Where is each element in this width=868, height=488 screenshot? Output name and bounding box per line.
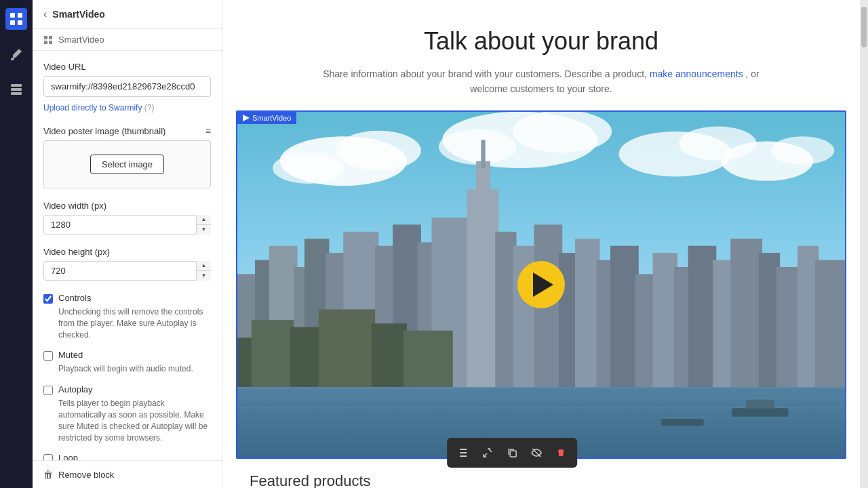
svg-rect-69	[460, 449, 467, 450]
video-width-input[interactable]	[43, 215, 211, 235]
muted-checkbox[interactable]	[43, 351, 53, 361]
svg-rect-60	[372, 323, 407, 387]
controls-label[interactable]: Controls	[58, 293, 91, 303]
loop-group: Loop	[43, 453, 211, 460]
svg-rect-66	[732, 408, 788, 417]
svg-rect-55	[815, 260, 845, 387]
svg-marker-11	[243, 115, 250, 121]
video-url-label: Video URL	[43, 62, 211, 72]
sidebar-icon-brush[interactable]	[5, 43, 27, 65]
autoplay-label[interactable]: Autoplay	[58, 384, 93, 394]
svg-rect-9	[44, 41, 47, 44]
svg-rect-38	[481, 140, 485, 168]
svg-rect-10	[49, 41, 52, 44]
toolbar-duplicate-btn[interactable]	[501, 442, 523, 464]
svg-point-17	[513, 112, 612, 152]
sidebar-icon-grid[interactable]	[5, 8, 27, 30]
page-subtitle: Share information about your brand with …	[236, 66, 846, 97]
toolbar-move-btn[interactable]	[452, 442, 474, 464]
thumbnail-label: Video poster image (thumbnail) ≡	[43, 125, 211, 136]
svg-rect-62	[237, 387, 845, 388]
thumbnail-group: Video poster image (thumbnail) ≡ Select …	[43, 125, 211, 188]
loop-checkbox[interactable]	[43, 454, 53, 460]
svg-rect-4	[11, 84, 22, 87]
play-button[interactable]	[517, 261, 565, 308]
icon-sidebar	[0, 0, 33, 488]
panel-body: Video URL Upload directly to Swarmify (?…	[33, 51, 222, 460]
muted-desc: Playback will begin with audio muted.	[58, 363, 211, 375]
video-frame[interactable]	[237, 112, 845, 458]
svg-rect-51	[730, 239, 762, 387]
controls-group: Controls Unchecking this will remove the…	[43, 293, 211, 340]
thumbnail-box: Select image	[43, 140, 211, 188]
video-url-input[interactable]	[43, 76, 211, 97]
svg-rect-36	[467, 189, 499, 387]
video-height-input[interactable]	[43, 261, 211, 281]
layers-icon: ≡	[205, 125, 211, 136]
controls-desc: Unchecking this will remove the controls…	[58, 306, 211, 340]
scrollbar[interactable]	[860, 0, 868, 488]
sidebar-icon-sections[interactable]	[5, 79, 27, 100]
svg-point-15	[273, 152, 343, 184]
svg-rect-3	[18, 20, 22, 25]
floating-toolbar	[447, 438, 577, 468]
svg-rect-63	[237, 397, 845, 398]
svg-rect-45	[610, 245, 639, 386]
svg-rect-53	[776, 267, 801, 387]
trash-icon: 🗑	[43, 469, 53, 480]
svg-rect-6	[11, 92, 22, 95]
width-increment-btn[interactable]: ▲	[197, 215, 211, 225]
height-decrement-btn[interactable]: ▼	[197, 271, 211, 281]
svg-rect-59	[319, 309, 375, 387]
toolbar-resize-btn[interactable]	[477, 442, 498, 464]
autoplay-desc: Tells player to begin playback automatic…	[58, 398, 211, 443]
autoplay-checkbox[interactable]	[43, 386, 53, 395]
main-content: Talk about your brand Share information …	[222, 0, 860, 488]
video-width-label: Video width (px)	[43, 201, 211, 211]
video-height-group: Video height (px) ▲ ▼	[43, 247, 211, 281]
scrollbar-thumb[interactable]	[861, 7, 867, 47]
svg-rect-49	[688, 245, 717, 386]
back-button[interactable]: ‹	[43, 8, 47, 20]
remove-block-button[interactable]: 🗑 Remove block	[33, 460, 222, 488]
svg-rect-47	[653, 253, 677, 387]
panel-header: ‹ SmartVideo	[33, 0, 222, 29]
svg-rect-65	[237, 417, 845, 418]
svg-rect-2	[10, 20, 15, 25]
loop-label[interactable]: Loop	[58, 453, 78, 460]
width-decrement-btn[interactable]: ▼	[197, 225, 211, 235]
panel-sub: SmartVideo	[33, 29, 222, 51]
panel-sub-label: SmartVideo	[58, 35, 104, 45]
muted-label[interactable]: Muted	[58, 350, 83, 360]
settings-panel: ‹ SmartVideo SmartVideo Video URL Upload…	[33, 0, 222, 488]
svg-rect-57	[252, 320, 294, 387]
svg-rect-7	[44, 36, 47, 39]
video-container: SmartVideo	[236, 110, 846, 459]
svg-rect-70	[460, 452, 467, 453]
svg-point-14	[336, 131, 421, 170]
svg-point-22	[771, 136, 835, 165]
svg-rect-0	[10, 13, 15, 18]
subtitle-link[interactable]: make announcements	[650, 68, 743, 79]
video-width-group: Video width (px) ▲ ▼	[43, 201, 211, 235]
autoplay-group: Autoplay Tells player to begin playback …	[43, 384, 211, 443]
svg-rect-61	[403, 331, 453, 387]
height-increment-btn[interactable]: ▲	[197, 261, 211, 271]
smartvideo-badge: SmartVideo	[237, 112, 296, 124]
page-content: Talk about your brand Share information …	[222, 0, 860, 488]
svg-rect-1	[18, 13, 22, 18]
panel-title: SmartVideo	[52, 9, 105, 20]
controls-checkbox[interactable]	[43, 294, 53, 304]
toolbar-hide-btn[interactable]	[526, 442, 547, 464]
toolbar-delete-btn[interactable]	[550, 442, 572, 464]
video-url-group: Video URL Upload directly to Swarmify (?…	[43, 62, 211, 113]
select-image-button[interactable]: Select image	[90, 155, 164, 174]
svg-rect-71	[460, 455, 467, 457]
svg-rect-67	[746, 400, 774, 409]
remove-block-label: Remove block	[58, 470, 114, 480]
svg-rect-58	[290, 327, 322, 387]
svg-rect-8	[49, 36, 52, 39]
upload-link[interactable]: Upload directly to Swarmify (?)	[43, 103, 154, 113]
svg-rect-72	[510, 451, 516, 457]
muted-group: Muted Playback will begin with audio mut…	[43, 350, 211, 375]
